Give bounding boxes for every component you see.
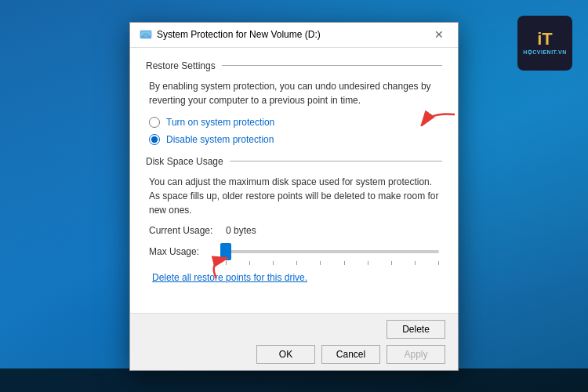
current-usage-label: Current Usage: bbox=[149, 225, 220, 236]
slider-ticks bbox=[226, 261, 439, 265]
current-usage-row: Current Usage: 0 bytes bbox=[146, 225, 442, 236]
ok-button[interactable]: OK bbox=[256, 345, 315, 364]
tick-6 bbox=[344, 261, 345, 265]
restore-settings-header: Restore Settings bbox=[146, 60, 442, 71]
restore-settings-title: Restore Settings bbox=[146, 60, 216, 71]
radio-disable-input[interactable] bbox=[149, 134, 160, 145]
section-divider bbox=[222, 65, 442, 66]
radio-group: Turn on system protection Disable system… bbox=[146, 117, 442, 145]
radio-disable[interactable]: Disable system protection bbox=[149, 134, 439, 145]
dialog-title: System Protection for New Volume (D:) bbox=[157, 29, 321, 40]
dialog-content: Restore Settings By enabling system prot… bbox=[130, 48, 458, 313]
disk-section-divider bbox=[230, 161, 442, 162]
tick-9 bbox=[415, 261, 416, 265]
disk-space-desc: You can adjust the maximum disk space us… bbox=[146, 175, 442, 217]
title-bar-left: System Protection for New Volume (D:) bbox=[140, 28, 321, 41]
slider-container[interactable] bbox=[226, 242, 439, 261]
tick-1 bbox=[226, 261, 227, 265]
delete-link-text[interactable]: Delete all restore points for this drive… bbox=[152, 272, 307, 283]
annotation-arrow bbox=[416, 111, 463, 134]
restore-settings-desc: By enabling system protection, you can u… bbox=[146, 79, 442, 107]
tick-8 bbox=[391, 261, 392, 265]
disk-space-header: Disk Space Usage bbox=[146, 156, 442, 167]
radio-turn-on[interactable]: Turn on system protection bbox=[149, 117, 439, 128]
tick-3 bbox=[273, 261, 274, 265]
tick-7 bbox=[368, 261, 368, 265]
brand-it-text: iT bbox=[537, 31, 553, 48]
tick-4 bbox=[296, 261, 297, 265]
max-usage-row: Max Usage: bbox=[146, 242, 442, 261]
tick-2 bbox=[249, 261, 250, 265]
current-usage-value: 0 bytes bbox=[226, 225, 256, 236]
tick-10 bbox=[438, 261, 439, 265]
radio-turn-on-input[interactable] bbox=[149, 117, 160, 128]
radio-turn-on-label[interactable]: Turn on system protection bbox=[166, 117, 274, 128]
radio-disable-label[interactable]: Disable system protection bbox=[166, 134, 274, 145]
delete-text-row: Delete all restore points for this drive… bbox=[146, 272, 442, 300]
brand-sub-text: HỌCVIENIT.VN bbox=[523, 49, 567, 56]
close-button[interactable]: ✕ bbox=[430, 25, 448, 44]
taskbar bbox=[0, 368, 588, 392]
brand-logo: iT HỌCVIENIT.VN bbox=[517, 16, 572, 71]
apply-button[interactable]: Apply bbox=[387, 345, 445, 364]
delete-button[interactable]: Delete bbox=[387, 320, 445, 339]
action-buttons-row: OK Cancel Apply bbox=[143, 345, 445, 364]
delete-button-row: Delete bbox=[143, 320, 445, 339]
delete-restore-points-link[interactable]: Delete all restore points for this drive… bbox=[149, 272, 439, 283]
dialog-window: System Protection for New Volume (D:) ✕ … bbox=[129, 22, 459, 371]
slider-thumb[interactable] bbox=[220, 243, 231, 260]
disk-space-section: Disk Space Usage You can adjust the maxi… bbox=[146, 156, 442, 300]
cancel-button[interactable]: Cancel bbox=[321, 345, 380, 364]
slider-track bbox=[226, 250, 439, 253]
disk-space-title: Disk Space Usage bbox=[146, 156, 223, 167]
window-icon bbox=[140, 28, 152, 41]
dialog-bottom: Delete OK Cancel Apply bbox=[130, 313, 458, 370]
title-bar: System Protection for New Volume (D:) ✕ bbox=[130, 23, 458, 48]
max-usage-label: Max Usage: bbox=[149, 246, 220, 257]
tick-5 bbox=[320, 261, 321, 265]
